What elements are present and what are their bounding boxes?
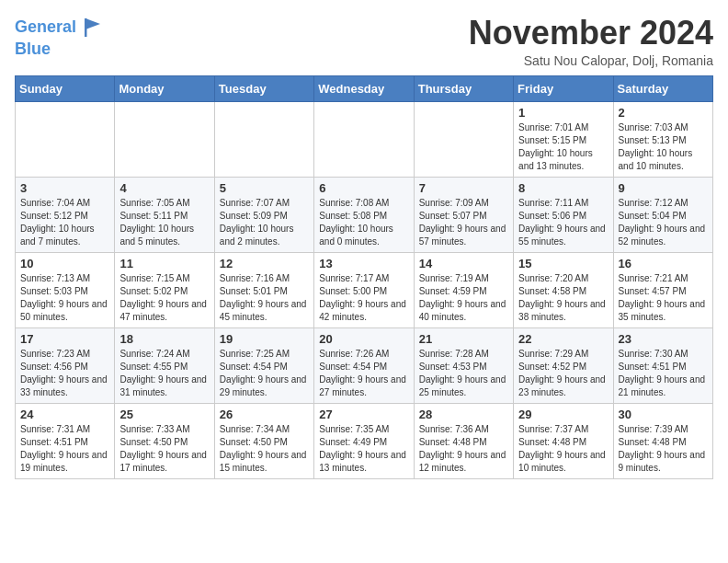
- calendar-cell: 30Sunrise: 7:39 AM Sunset: 4:48 PM Dayli…: [613, 403, 712, 478]
- day-number: 26: [220, 408, 309, 421]
- day-info: Sunrise: 7:21 AM Sunset: 4:57 PM Dayligh…: [619, 272, 708, 324]
- day-number: 13: [319, 257, 408, 270]
- month-title: November 2024: [469, 15, 713, 52]
- calendar-cell: 12Sunrise: 7:16 AM Sunset: 5:01 PM Dayli…: [214, 252, 313, 327]
- calendar-cell: [115, 101, 214, 177]
- day-info: Sunrise: 7:31 AM Sunset: 4:51 PM Dayligh…: [20, 423, 109, 475]
- day-of-week-header: Sunday: [16, 75, 115, 101]
- day-number: 16: [619, 257, 708, 270]
- day-of-week-header: Monday: [115, 75, 214, 101]
- calendar-cell: 24Sunrise: 7:31 AM Sunset: 4:51 PM Dayli…: [16, 403, 115, 478]
- day-number: 10: [20, 257, 109, 270]
- calendar-cell: [16, 101, 115, 177]
- day-number: 25: [119, 408, 209, 421]
- day-info: Sunrise: 7:34 AM Sunset: 4:50 PM Dayligh…: [220, 423, 309, 475]
- day-of-week-header: Friday: [514, 75, 613, 101]
- logo: General Blue: [15, 15, 106, 59]
- day-info: Sunrise: 7:37 AM Sunset: 4:48 PM Dayligh…: [518, 423, 608, 475]
- day-info: Sunrise: 7:04 AM Sunset: 5:12 PM Dayligh…: [20, 197, 109, 248]
- day-number: 29: [518, 408, 608, 421]
- day-info: Sunrise: 7:20 AM Sunset: 4:58 PM Dayligh…: [518, 272, 608, 324]
- day-info: Sunrise: 7:28 AM Sunset: 4:53 PM Dayligh…: [419, 348, 508, 399]
- calendar-cell: 14Sunrise: 7:19 AM Sunset: 4:59 PM Dayli…: [414, 252, 513, 327]
- day-info: Sunrise: 7:11 AM Sunset: 5:06 PM Dayligh…: [518, 197, 608, 248]
- day-info: Sunrise: 7:26 AM Sunset: 4:54 PM Dayligh…: [319, 348, 408, 399]
- day-info: Sunrise: 7:19 AM Sunset: 4:59 PM Dayligh…: [419, 272, 508, 324]
- day-number: 5: [220, 181, 309, 195]
- calendar-week-row: 10Sunrise: 7:13 AM Sunset: 5:03 PM Dayli…: [16, 252, 713, 327]
- day-number: 14: [419, 257, 508, 270]
- day-number: 7: [419, 181, 508, 195]
- day-number: 27: [319, 408, 408, 421]
- day-number: 23: [619, 332, 708, 346]
- logo-text: General: [15, 18, 76, 37]
- day-info: Sunrise: 7:29 AM Sunset: 4:52 PM Dayligh…: [518, 348, 608, 399]
- day-number: 11: [119, 257, 209, 270]
- calendar-cell: 19Sunrise: 7:25 AM Sunset: 4:54 PM Dayli…: [214, 327, 313, 403]
- calendar-week-row: 17Sunrise: 7:23 AM Sunset: 4:56 PM Dayli…: [16, 327, 713, 403]
- svg-rect-1: [85, 18, 87, 37]
- calendar-cell: 16Sunrise: 7:21 AM Sunset: 4:57 PM Dayli…: [613, 252, 712, 327]
- calendar-cell: [214, 101, 313, 177]
- page: General Blue November 2024 Satu Nou Calo…: [0, 0, 728, 494]
- day-number: 6: [319, 181, 408, 195]
- day-number: 30: [619, 408, 708, 421]
- day-info: Sunrise: 7:36 AM Sunset: 4:48 PM Dayligh…: [419, 423, 508, 475]
- calendar-cell: 1Sunrise: 7:01 AM Sunset: 5:15 PM Daylig…: [514, 101, 613, 177]
- day-info: Sunrise: 7:30 AM Sunset: 4:51 PM Dayligh…: [619, 348, 708, 399]
- calendar-cell: [414, 101, 513, 177]
- title-block: November 2024 Satu Nou Calopar, Dolj, Ro…: [469, 15, 713, 68]
- day-number: 9: [619, 181, 708, 195]
- calendar-cell: 2Sunrise: 7:03 AM Sunset: 5:13 PM Daylig…: [613, 101, 712, 177]
- day-info: Sunrise: 7:23 AM Sunset: 4:56 PM Dayligh…: [20, 348, 109, 399]
- day-info: Sunrise: 7:01 AM Sunset: 5:15 PM Dayligh…: [518, 121, 608, 173]
- day-info: Sunrise: 7:09 AM Sunset: 5:07 PM Dayligh…: [419, 197, 508, 248]
- calendar-cell: 25Sunrise: 7:33 AM Sunset: 4:50 PM Dayli…: [115, 403, 214, 478]
- day-number: 19: [220, 332, 309, 346]
- calendar-cell: 15Sunrise: 7:20 AM Sunset: 4:58 PM Dayli…: [514, 252, 613, 327]
- calendar-cell: 9Sunrise: 7:12 AM Sunset: 5:04 PM Daylig…: [613, 177, 712, 252]
- day-number: 18: [119, 332, 209, 346]
- calendar-cell: 10Sunrise: 7:13 AM Sunset: 5:03 PM Dayli…: [16, 252, 115, 327]
- logo-text-blue: Blue: [15, 40, 106, 59]
- calendar-cell: 27Sunrise: 7:35 AM Sunset: 4:49 PM Dayli…: [314, 403, 414, 478]
- day-number: 1: [518, 106, 608, 120]
- calendar-cell: [314, 101, 414, 177]
- day-number: 24: [20, 408, 109, 421]
- calendar-cell: 7Sunrise: 7:09 AM Sunset: 5:07 PM Daylig…: [414, 177, 513, 252]
- day-number: 2: [619, 106, 708, 120]
- day-info: Sunrise: 7:35 AM Sunset: 4:49 PM Dayligh…: [319, 423, 408, 475]
- calendar-cell: 4Sunrise: 7:05 AM Sunset: 5:11 PM Daylig…: [115, 177, 214, 252]
- day-number: 22: [518, 332, 608, 346]
- calendar-cell: 11Sunrise: 7:15 AM Sunset: 5:02 PM Dayli…: [115, 252, 214, 327]
- logo-icon: [80, 15, 106, 40]
- calendar-cell: 6Sunrise: 7:08 AM Sunset: 5:08 PM Daylig…: [314, 177, 414, 252]
- day-number: 20: [319, 332, 408, 346]
- calendar-cell: 21Sunrise: 7:28 AM Sunset: 4:53 PM Dayli…: [414, 327, 513, 403]
- calendar: SundayMondayTuesdayWednesdayThursdayFrid…: [15, 75, 713, 479]
- calendar-cell: 23Sunrise: 7:30 AM Sunset: 4:51 PM Dayli…: [613, 327, 712, 403]
- day-info: Sunrise: 7:07 AM Sunset: 5:09 PM Dayligh…: [220, 197, 309, 248]
- day-info: Sunrise: 7:03 AM Sunset: 5:13 PM Dayligh…: [619, 121, 708, 173]
- calendar-week-row: 1Sunrise: 7:01 AM Sunset: 5:15 PM Daylig…: [16, 101, 713, 177]
- day-number: 3: [20, 181, 109, 195]
- day-info: Sunrise: 7:15 AM Sunset: 5:02 PM Dayligh…: [119, 272, 209, 324]
- day-info: Sunrise: 7:08 AM Sunset: 5:08 PM Dayligh…: [319, 197, 408, 248]
- day-info: Sunrise: 7:12 AM Sunset: 5:04 PM Dayligh…: [619, 197, 708, 248]
- day-info: Sunrise: 7:16 AM Sunset: 5:01 PM Dayligh…: [220, 272, 309, 324]
- day-info: Sunrise: 7:39 AM Sunset: 4:48 PM Dayligh…: [619, 423, 708, 475]
- header: General Blue November 2024 Satu Nou Calo…: [15, 15, 713, 68]
- calendar-cell: 5Sunrise: 7:07 AM Sunset: 5:09 PM Daylig…: [214, 177, 313, 252]
- day-of-week-header: Tuesday: [214, 75, 313, 101]
- calendar-cell: 29Sunrise: 7:37 AM Sunset: 4:48 PM Dayli…: [514, 403, 613, 478]
- day-info: Sunrise: 7:17 AM Sunset: 5:00 PM Dayligh…: [319, 272, 408, 324]
- day-info: Sunrise: 7:24 AM Sunset: 4:55 PM Dayligh…: [119, 348, 209, 399]
- calendar-cell: 26Sunrise: 7:34 AM Sunset: 4:50 PM Dayli…: [214, 403, 313, 478]
- day-info: Sunrise: 7:05 AM Sunset: 5:11 PM Dayligh…: [119, 197, 209, 248]
- calendar-cell: 3Sunrise: 7:04 AM Sunset: 5:12 PM Daylig…: [16, 177, 115, 252]
- day-of-week-header: Saturday: [613, 75, 712, 101]
- calendar-cell: 18Sunrise: 7:24 AM Sunset: 4:55 PM Dayli…: [115, 327, 214, 403]
- day-info: Sunrise: 7:13 AM Sunset: 5:03 PM Dayligh…: [20, 272, 109, 324]
- calendar-cell: 22Sunrise: 7:29 AM Sunset: 4:52 PM Dayli…: [514, 327, 613, 403]
- day-number: 8: [518, 181, 608, 195]
